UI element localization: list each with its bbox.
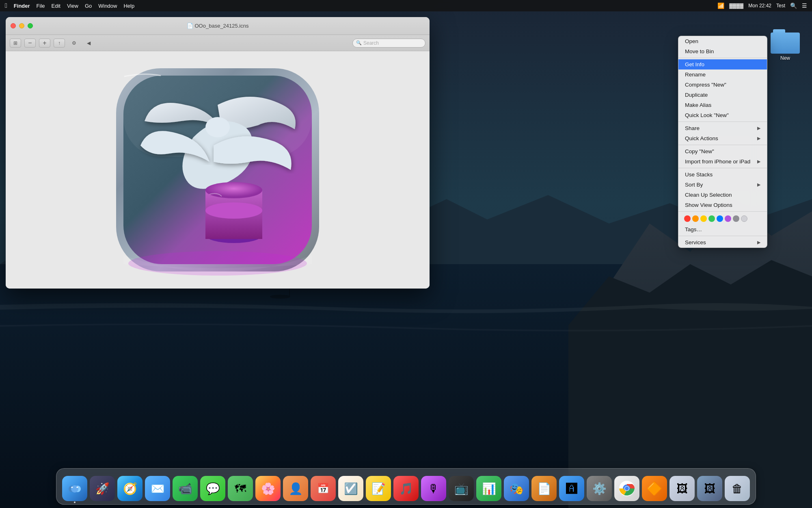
toolbar-search[interactable]: 🔍 Search [352,39,425,48]
share-button[interactable]: ↑ [54,39,65,48]
view-toggle-button[interactable]: ⊞ [10,39,21,48]
file-menu[interactable]: File [37,3,45,9]
vlc-glyph: 🔶 [646,481,663,496]
context-menu-quick-actions[interactable]: Quick Actions ▶ [678,133,767,143]
dock-icon-safari[interactable]: 🧭 [117,476,143,501]
edit-menu[interactable]: Edit [52,3,60,9]
svg-point-17 [71,485,78,493]
search-placeholder: Search [363,40,379,46]
dock-icon-mail[interactable]: ✉️ [145,476,170,501]
dock-icon-music[interactable]: 🎵 [393,476,419,501]
dock-icon-chrome[interactable] [614,476,639,501]
app-name-menu[interactable]: Finder [14,3,30,9]
context-menu-services[interactable]: Services ▶ [678,237,767,247]
dock-icon-prefs[interactable]: ⚙️ [587,476,612,501]
context-menu-sort-by[interactable]: Sort By ▶ [678,180,767,190]
dock-icon-facetime[interactable]: 📹 [173,476,198,501]
context-menu-tags[interactable]: Tags… [678,224,767,234]
tag-purple[interactable] [725,215,731,222]
context-menu-open[interactable]: Open [678,36,767,46]
facetime-glyph: 📹 [178,482,192,495]
pages-glyph: 📄 [537,482,551,495]
dock-icon-photos2[interactable]: 🖼 [669,476,695,501]
context-menu-move-to-bin-label: Move to Bin [685,48,714,54]
tag-none[interactable] [741,215,747,222]
apple-menu[interactable]:  [5,2,7,9]
dock-icon-appletv[interactable]: 📺 [449,476,474,501]
dock-icon-trash[interactable]: 🗑 [725,476,750,501]
wifi-icon[interactable]: 📶 [717,2,724,9]
close-button[interactable] [11,23,16,28]
context-menu-copy[interactable]: Copy "New" [678,146,767,156]
help-menu[interactable]: Help [123,3,134,9]
control-center-icon[interactable]: ☰ [802,2,807,9]
tag-green[interactable] [708,215,715,222]
dock-icon-numbers[interactable]: 📊 [476,476,501,501]
menubar:  Finder File Edit View Go Window Help 📶… [0,0,812,11]
context-menu-move-to-bin[interactable]: Move to Bin [678,46,767,56]
view-menu[interactable]: View [67,3,78,9]
dock-icon-appstore[interactable]: 🅰 [559,476,584,501]
tag-gray[interactable] [733,215,739,222]
messages-glyph: 💬 [206,482,220,495]
tag-red[interactable] [684,215,691,222]
search-icon[interactable]: 🔍 [790,2,797,9]
context-menu-rename[interactable]: Rename [678,69,767,80]
context-menu-get-info[interactable]: Get Info [678,59,767,69]
context-menu-import[interactable]: Import from iPhone or iPad ▶ [678,156,767,167]
dock-icon-finder[interactable] [62,476,87,501]
battery-icon[interactable]: ▓▓▓▓ [729,3,743,9]
dock-icon-photos[interactable]: 🌸 [255,476,281,501]
photos-glyph: 🌸 [261,482,275,495]
window-menu[interactable]: Window [98,3,117,9]
reminders-glyph: ☑️ [344,482,358,495]
dock-icon-keynote[interactable]: 🎭 [504,476,529,501]
menubar-right: 📶 ▓▓▓▓ Mon 22:42 Test 🔍 ☰ [717,2,807,9]
dock-icon-vlc[interactable]: 🔶 [642,476,667,501]
dock-icon-reminders[interactable]: ☑️ [338,476,363,501]
context-menu-tags-label: Tags… [685,226,702,232]
zoom-out-button[interactable]: − [24,39,36,48]
dock-icon-podcasts[interactable]: 🎙 [421,476,446,501]
svg-rect-3 [289,289,290,297]
dock-icon-notes[interactable]: 📝 [366,476,391,501]
dock-icon-messages[interactable]: 💬 [200,476,225,501]
context-menu-share[interactable]: Share ▶ [678,123,767,133]
dock-icon-calendar[interactable]: 📅 [311,476,336,501]
window-controls [11,23,33,28]
finder-title: 📄 OOo_base_24125.icns [187,23,249,29]
context-menu-duplicate[interactable]: Duplicate [678,90,767,100]
tag-orange[interactable] [692,215,699,222]
context-menu-compress[interactable]: Compress "New" [678,80,767,90]
context-menu-show-view-options-label: Show View Options [685,202,732,208]
action-button[interactable]: ⚙ [68,39,80,48]
context-menu-quick-look[interactable]: Quick Look "New" [678,110,767,120]
minimize-button[interactable] [19,23,24,28]
svg-point-11 [205,202,262,219]
context-menu-make-alias[interactable]: Make Alias [678,100,767,110]
finder-icon-svg [66,480,83,497]
separator-3 [678,145,767,145]
tag-yellow[interactable] [700,215,707,222]
context-menu-show-view-options[interactable]: Show View Options [678,200,767,210]
trash-glyph: 🗑 [732,482,743,495]
launchpad-glyph: 🚀 [95,482,110,495]
dock-icon-pages[interactable]: 📄 [531,476,557,501]
services-arrow-icon: ▶ [757,240,760,245]
safari-glyph: 🧭 [123,482,137,495]
context-menu-clean-up[interactable]: Clean Up Selection [678,190,767,200]
go-menu[interactable]: Go [85,3,92,9]
desktop-folder[interactable]: New [771,29,800,61]
finder-titlebar: 📄 OOo_base_24125.icns [6,17,430,35]
appletv-glyph: 📺 [454,482,469,495]
route-back-button[interactable]: ◀ [83,39,94,48]
dock-icon-maps[interactable]: 🗺 [228,476,253,501]
dock-icon-img4[interactable]: 🖼 [697,476,722,501]
dock-icon-contacts[interactable]: 👤 [283,476,308,501]
zoom-in-button[interactable]: + [39,39,50,48]
context-menu-use-stacks[interactable]: Use Stacks [678,169,767,180]
tag-blue[interactable] [717,215,723,222]
maximize-button[interactable] [28,23,33,28]
context-menu-get-info-label: Get Info [685,61,704,67]
dock-icon-launchpad[interactable]: 🚀 [90,476,115,501]
